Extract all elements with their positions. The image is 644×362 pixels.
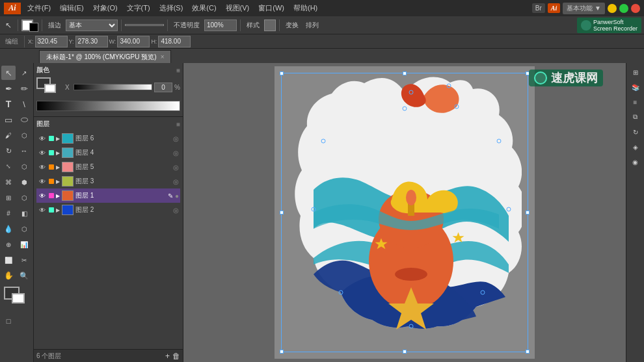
normal-mode[interactable]: □ <box>1 314 16 328</box>
warp-tool[interactable]: ⬡ <box>17 159 31 174</box>
right-tool-transform[interactable]: ↻ <box>629 125 642 138</box>
layer-target-icon[interactable]: ◎ <box>173 207 179 214</box>
pencil-tool[interactable]: ✏ <box>17 81 31 96</box>
hand-tool[interactable]: ✋ <box>1 268 16 283</box>
transform-label[interactable]: 变换 <box>283 19 301 31</box>
direct-select-tool[interactable]: ↗ <box>17 66 31 80</box>
layer-row[interactable]: 👁 ▶ 图层 5 ◎ <box>36 160 180 174</box>
layer-target-icon[interactable]: ◎ <box>173 149 179 157</box>
ellipse-tool[interactable]: ⬭ <box>17 112 31 127</box>
width-tool[interactable]: ⌘ <box>1 175 16 189</box>
stroke-swatch[interactable] <box>12 293 25 304</box>
layer-eye-icon[interactable]: 👁 <box>38 162 47 172</box>
layer-edit-icon[interactable]: ✎ <box>168 192 173 200</box>
x-slider[interactable] <box>74 84 152 90</box>
document-tab[interactable]: 未标题-1* @ 100% (CMYK/GPU 预览) × <box>39 50 171 63</box>
layer-target-icon[interactable]: ◎ <box>173 135 179 142</box>
layer-eye-icon[interactable]: 👁 <box>38 177 47 186</box>
x-input[interactable] <box>35 36 68 47</box>
layer-target-icon[interactable]: ◎ <box>173 164 179 171</box>
menu-effects[interactable]: 效果(C) <box>188 2 220 14</box>
zoom-tool[interactable]: 🔍 <box>17 268 31 283</box>
symbol-tool[interactable]: ⊕ <box>1 237 16 252</box>
layer-eye-icon[interactable]: 👁 <box>38 134 47 143</box>
right-tool-libraries[interactable]: 📚 <box>629 81 642 94</box>
layer-target-icon[interactable]: ● <box>175 192 179 200</box>
select-tool[interactable]: ↖ <box>1 66 16 80</box>
right-tool-graphic-styles[interactable]: ◉ <box>629 155 642 168</box>
menu-object[interactable]: 对象(O) <box>89 2 122 14</box>
menu-text[interactable]: 文字(T) <box>123 2 154 14</box>
style-swatch[interactable] <box>264 19 276 31</box>
opacity-input[interactable] <box>204 19 237 31</box>
layer-row[interactable]: 👁 ▶ 图层 6 ◎ <box>36 131 180 146</box>
color-panel-menu[interactable]: ≡ <box>176 67 180 74</box>
text-tool[interactable]: T <box>1 97 16 111</box>
gradient-tool[interactable]: ◧ <box>17 206 31 220</box>
layer-row[interactable]: 👁 ▶ 图层 4 ◎ <box>36 146 180 160</box>
rotate-tool[interactable]: ↻ <box>1 144 16 158</box>
blend-tool[interactable]: ⬡ <box>17 222 31 236</box>
arrange-label[interactable]: 排列 <box>303 19 321 31</box>
x-value-input[interactable] <box>154 83 172 92</box>
maximize-button[interactable] <box>619 4 628 13</box>
layer-expand-icon[interactable]: ▶ <box>56 136 60 142</box>
layer-row[interactable]: 👁 ▶ 图层 3 ◎ <box>36 174 180 188</box>
stroke-selector[interactable]: 基本 <box>66 19 118 31</box>
selection-tool-icon[interactable]: ↖ <box>3 19 14 31</box>
pen-tool[interactable]: ✒ <box>1 81 16 96</box>
menu-window[interactable]: 窗口(W) <box>254 2 288 14</box>
layer-expand-icon[interactable]: ▶ <box>56 150 60 156</box>
layer-expand-icon[interactable]: ▶ <box>56 164 60 170</box>
artboard-tool[interactable]: ⬜ <box>1 253 16 267</box>
layers-panel-menu[interactable]: ≡ <box>176 121 180 128</box>
mesh-tool[interactable]: # <box>1 206 16 220</box>
rect-tool[interactable]: ▭ <box>1 112 16 127</box>
shape-builder[interactable]: ⊞ <box>1 190 16 205</box>
menu-select[interactable]: 选择(S) <box>155 2 187 14</box>
menu-view[interactable]: 视图(V) <box>222 2 254 14</box>
reflect-tool[interactable]: ↔ <box>17 144 31 158</box>
live-paint[interactable]: ⬡ <box>17 190 31 205</box>
layer-expand-icon[interactable]: ▶ <box>56 193 60 199</box>
column-graph[interactable]: 📊 <box>17 237 31 252</box>
minimize-button[interactable] <box>608 4 617 13</box>
layer-expand-icon[interactable]: ▶ <box>56 179 60 185</box>
layer-row[interactable]: 👁 ▶ 图层 2 ◎ <box>36 203 180 217</box>
layer-eye-icon[interactable]: 👁 <box>38 205 47 214</box>
handle-bottom-left[interactable] <box>280 350 284 354</box>
ai-btn[interactable]: Ai <box>548 3 560 13</box>
workspace-label[interactable]: 基本功能 ▼ <box>563 3 605 14</box>
gradient-bar[interactable] <box>36 101 180 111</box>
handle-middle-left[interactable] <box>280 211 284 214</box>
handle-bottom-right[interactable] <box>526 350 530 354</box>
menu-file[interactable]: 文件(F) <box>23 2 55 14</box>
bridge-btn[interactable]: Br <box>532 3 545 13</box>
handle-middle-right[interactable] <box>526 211 530 214</box>
stroke-style-preview[interactable] <box>125 24 164 26</box>
right-tool-align[interactable]: ≡ <box>629 96 642 109</box>
paintbrush-tool[interactable]: 🖌 <box>1 128 16 142</box>
h-input[interactable] <box>158 36 191 47</box>
y-input[interactable] <box>75 36 108 47</box>
tab-close-btn[interactable]: × <box>161 53 165 60</box>
blob-tool[interactable]: ⬡ <box>17 128 31 142</box>
layer-row-active[interactable]: 👁 ▶ 图层 1 ✎ ● <box>36 188 180 203</box>
delete-layer-btn[interactable]: 🗑 <box>172 352 180 361</box>
slice-tool[interactable]: ✂ <box>17 253 31 267</box>
stroke-color-swatch[interactable] <box>29 23 38 32</box>
right-tool-pathfinder[interactable]: ⧉ <box>629 110 642 123</box>
close-button[interactable] <box>631 4 640 13</box>
new-layer-btn[interactable]: + <box>165 352 170 361</box>
layer-target-icon[interactable]: ◎ <box>173 178 179 185</box>
menu-help[interactable]: 帮助(H) <box>289 2 321 14</box>
color-stroke-swatch[interactable] <box>44 84 56 93</box>
layer-eye-icon[interactable]: 👁 <box>38 148 47 157</box>
eyedropper-tool[interactable]: 💧 <box>1 222 16 236</box>
layer-expand-icon[interactable]: ▶ <box>56 207 60 213</box>
menu-edit[interactable]: 编辑(E) <box>56 2 88 14</box>
right-tool-properties[interactable]: ⊞ <box>629 66 642 79</box>
right-tool-appearance[interactable]: ◈ <box>629 140 642 153</box>
scale-tool[interactable]: ⤡ <box>1 159 16 174</box>
layer-eye-icon[interactable]: 👁 <box>38 191 47 200</box>
